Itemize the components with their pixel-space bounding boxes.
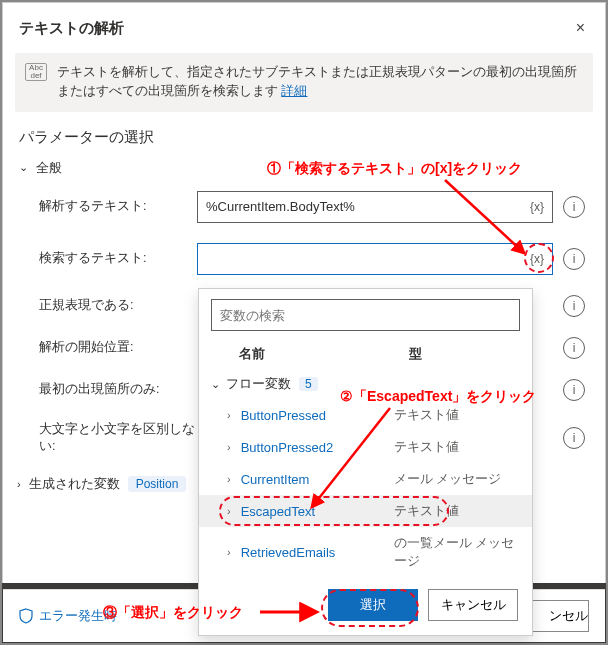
chevron-right-icon: ›	[227, 546, 231, 558]
variable-name: EscapedText	[241, 504, 394, 519]
variable-group-flow[interactable]: ⌄ フロー変数 5	[199, 369, 532, 399]
info-icon[interactable]: i	[563, 379, 585, 401]
variable-picker-footer: 選択 キャンセル	[199, 577, 532, 635]
param-label: 大文字と小文字を区別しない:	[39, 421, 197, 455]
section-title: パラメーターの選択	[3, 124, 605, 155]
param-label: 検索するテキスト:	[39, 250, 197, 267]
cancel-button[interactable]: キャンセル	[428, 589, 518, 621]
variable-type: の一覧メール メッセージ	[394, 534, 520, 570]
generated-var-badge[interactable]: Position	[128, 476, 187, 492]
col-type: 型	[409, 345, 520, 363]
variable-columns-header: 名前 型	[199, 341, 532, 369]
variable-name: ButtonPressed2	[241, 440, 394, 455]
chevron-down-icon: ⌄	[19, 161, 28, 174]
variable-type: テキスト値	[394, 502, 520, 520]
close-button[interactable]: ×	[572, 15, 589, 41]
on-error-label: エラー発生時	[39, 607, 117, 625]
fx-button-search[interactable]: {x}	[525, 247, 549, 271]
select-button[interactable]: 選択	[328, 589, 418, 621]
footer-buttons: ンセル	[528, 600, 589, 632]
chevron-right-icon: ›	[227, 505, 231, 517]
variable-name: ButtonPressed	[241, 408, 394, 423]
param-input-wrap: {x}	[197, 191, 553, 223]
on-error-link[interactable]: エラー発生時	[19, 607, 117, 625]
info-link[interactable]: 詳細	[281, 84, 307, 98]
info-text-wrap: テキストを解析して、指定されたサブテキストまたは正規表現パターンの最初の出現箇所…	[57, 63, 583, 102]
abc-def-icon: Abc def	[25, 63, 47, 81]
variable-search-input[interactable]	[211, 299, 520, 331]
variable-group-label: フロー変数	[226, 375, 291, 393]
variable-type: メール メッセージ	[394, 470, 520, 488]
dialog-title: テキストの解析	[19, 19, 124, 38]
param-label: 最初の出現箇所のみ:	[39, 381, 197, 398]
info-icon[interactable]: i	[563, 337, 585, 359]
variable-item-buttonpressed[interactable]: › ButtonPressed テキスト値	[199, 399, 532, 431]
info-icon[interactable]: i	[563, 427, 585, 449]
generated-vars-label: 生成された変数	[29, 475, 120, 493]
chevron-right-icon: ›	[227, 441, 231, 453]
parse-text-input[interactable]	[197, 191, 553, 223]
info-icon[interactable]: i	[563, 295, 585, 317]
variable-item-escapedtext[interactable]: › EscapedText テキスト値	[199, 495, 532, 527]
info-text: テキストを解析して、指定されたサブテキストまたは正規表現パターンの最初の出現箇所…	[57, 65, 577, 98]
search-text-input[interactable]	[197, 243, 553, 275]
variable-type: テキスト値	[394, 406, 520, 424]
variable-item-retrievedemails[interactable]: › RetrievedEmails の一覧メール メッセージ	[199, 527, 532, 577]
variable-name: CurrentItem	[241, 472, 394, 487]
param-input-wrap: {x}	[197, 243, 553, 275]
footer-cancel-partial[interactable]: ンセル	[528, 600, 589, 632]
chevron-right-icon: ›	[17, 478, 21, 490]
group-general-label: 全般	[36, 159, 62, 177]
param-label: 解析するテキスト:	[39, 198, 197, 215]
param-row-parse-text: 解析するテキスト: {x} i	[3, 181, 599, 233]
info-bar: Abc def テキストを解析して、指定されたサブテキストまたは正規表現パターン…	[15, 53, 593, 112]
variable-type: テキスト値	[394, 438, 520, 456]
info-icon[interactable]: i	[563, 248, 585, 270]
variable-picker-dropdown: 名前 型 ⌄ フロー変数 5 › ButtonPressed テキスト値 › B…	[198, 288, 533, 636]
variable-name: RetrievedEmails	[241, 545, 394, 560]
chevron-down-icon: ⌄	[211, 378, 220, 391]
group-general-row[interactable]: ⌄ 全般	[3, 155, 605, 181]
variable-group-count: 5	[299, 377, 318, 391]
col-name: 名前	[239, 345, 409, 363]
variable-item-currentitem[interactable]: › CurrentItem メール メッセージ	[199, 463, 532, 495]
chevron-right-icon: ›	[227, 409, 231, 421]
param-row-search-text: 検索するテキスト: {x} i	[3, 233, 599, 285]
chevron-right-icon: ›	[227, 473, 231, 485]
param-label: 正規表現である:	[39, 297, 197, 314]
fx-button[interactable]: {x}	[525, 195, 549, 219]
info-icon[interactable]: i	[563, 196, 585, 218]
shield-icon	[19, 608, 33, 624]
dialog-header: テキストの解析 ×	[3, 3, 605, 49]
param-label: 解析の開始位置:	[39, 339, 197, 356]
variable-item-buttonpressed2[interactable]: › ButtonPressed2 テキスト値	[199, 431, 532, 463]
